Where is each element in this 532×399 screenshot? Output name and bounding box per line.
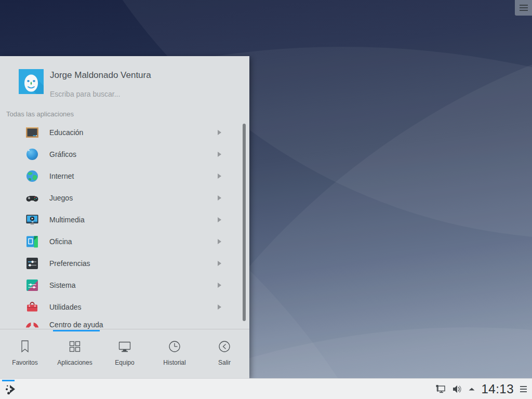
application-launcher-button[interactable] <box>2 379 21 399</box>
category-row-preferencias[interactable]: Preferencias <box>0 252 249 274</box>
chevron-right-icon <box>218 152 221 157</box>
application-launcher-popup: Jorge Maldonado Ventura Escriba para bus… <box>0 56 249 378</box>
category-label: Educación <box>49 122 83 143</box>
category-label: Oficina <box>49 231 72 252</box>
category-row-centro-de-ayuda[interactable]: Centro de ayuda <box>0 314 249 329</box>
kde-launcher-icon <box>5 383 18 396</box>
category-row-oficina[interactable]: Oficina <box>0 231 249 252</box>
tab-aplicaciones[interactable]: Aplicaciones <box>50 332 100 378</box>
category-row-educacion[interactable]: Educación <box>0 122 249 143</box>
utilities-toolbox-icon <box>25 300 39 314</box>
system-tray: 14:13 <box>435 379 532 399</box>
scrollbar[interactable] <box>243 124 246 321</box>
chevron-right-icon <box>218 304 221 310</box>
network-icon[interactable] <box>435 383 446 395</box>
category-label: Sistema <box>49 274 76 296</box>
launcher-tabbar: Favoritos Aplicaciones Equipo <box>0 332 249 378</box>
expand-tray-arrow-icon[interactable] <box>467 384 476 394</box>
category-row-sistema[interactable]: Sistema <box>0 274 249 296</box>
digital-clock[interactable]: 14:13 <box>481 382 514 396</box>
graphics-sphere-icon <box>25 147 39 162</box>
internet-globe-icon <box>25 169 39 183</box>
tab-label: Favoritos <box>12 359 37 366</box>
leave-icon <box>217 339 232 354</box>
category-row-juegos[interactable]: Juegos <box>0 187 249 209</box>
chevron-right-icon <box>218 130 221 135</box>
user-name: Jorge Maldonado Ventura <box>50 70 151 81</box>
category-label: Internet <box>49 165 74 187</box>
category-label: Juegos <box>49 187 73 209</box>
office-document-icon <box>25 234 39 249</box>
tab-label: Historial <box>163 359 185 366</box>
category-label: Multimedia <box>49 209 85 231</box>
category-row-internet[interactable]: Internet <box>0 165 249 187</box>
category-label: Gráficos <box>49 143 76 165</box>
tab-favoritos[interactable]: Favoritos <box>0 332 50 378</box>
chevron-right-icon <box>218 283 221 288</box>
tab-label: Salir <box>218 359 231 366</box>
tab-salir[interactable]: Salir <box>200 332 249 378</box>
system-settings-icon <box>25 278 39 292</box>
education-blackboard-icon <box>25 125 39 140</box>
active-tab-indicator <box>53 330 100 331</box>
panel-overflow-menu-icon[interactable] <box>518 386 527 392</box>
desktop: Jorge Maldonado Ventura Escriba para bus… <box>0 0 532 399</box>
tab-historial[interactable]: Historial <box>150 332 200 378</box>
computer-icon <box>117 339 132 354</box>
launcher-header: Jorge Maldonado Ventura Escriba para bus… <box>0 56 249 117</box>
chevron-right-icon <box>218 195 221 201</box>
category-row-graficos[interactable]: Gráficos <box>0 143 249 165</box>
chevron-right-icon <box>218 239 221 244</box>
multimedia-player-icon <box>25 212 39 227</box>
tab-label: Equipo <box>115 359 134 366</box>
games-gamepad-icon <box>25 191 39 205</box>
chevron-right-icon <box>218 174 221 179</box>
tab-label: Aplicaciones <box>57 359 92 366</box>
search-input[interactable]: Escriba para buscar... <box>50 90 120 98</box>
preferences-sliders-icon <box>25 256 39 271</box>
history-clock-icon <box>167 339 182 354</box>
bookmark-icon <box>17 339 33 354</box>
category-label: Preferencias <box>49 252 90 274</box>
app-grid-icon <box>67 339 83 354</box>
category-list: Educación Gráficos <box>0 122 249 329</box>
divider <box>0 329 249 329</box>
tab-equipo[interactable]: Equipo <box>100 332 150 378</box>
chevron-right-icon <box>218 217 221 222</box>
desktop-toolbox-button[interactable] <box>515 0 532 16</box>
taskbar-panel: 14:13 <box>0 378 532 399</box>
hamburger-icon <box>520 5 528 11</box>
category-label: Centro de ayuda <box>49 314 103 329</box>
help-center-lifebuoy-icon <box>25 317 39 329</box>
user-avatar[interactable] <box>19 69 44 94</box>
chevron-right-icon <box>218 261 221 266</box>
breadcrumb-all-applications: Todas las aplicaciones <box>6 110 74 118</box>
category-row-multimedia[interactable]: Multimedia <box>0 209 249 231</box>
volume-icon[interactable] <box>451 383 462 395</box>
